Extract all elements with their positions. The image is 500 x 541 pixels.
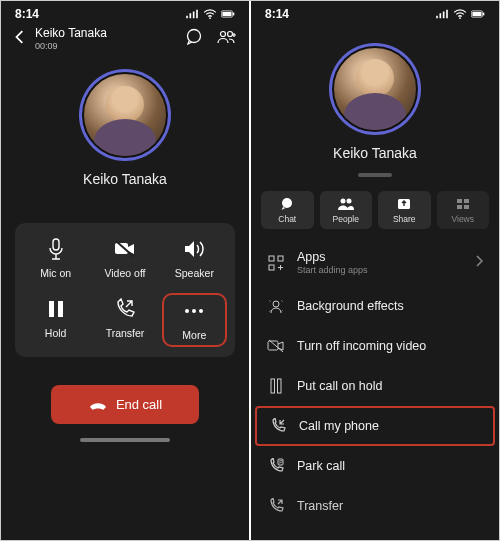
more-menu-list: Apps Start adding apps Background effect… bbox=[251, 239, 499, 526]
avatar-block: Keiko Tanaka bbox=[1, 69, 249, 187]
signal-icon bbox=[435, 9, 449, 19]
battery-icon bbox=[471, 9, 485, 19]
svg-point-6 bbox=[228, 32, 233, 37]
status-indicators bbox=[435, 9, 485, 19]
wifi-icon bbox=[453, 9, 467, 19]
menu-turnoff-video[interactable]: Turn off incoming video bbox=[251, 326, 499, 366]
pause-icon bbox=[267, 377, 285, 395]
chat-icon bbox=[279, 197, 295, 211]
svg-point-12 bbox=[192, 309, 196, 313]
hangup-icon bbox=[88, 399, 108, 411]
svg-rect-17 bbox=[483, 13, 484, 16]
svg-rect-25 bbox=[464, 205, 469, 209]
menu-park-call[interactable]: P Park call bbox=[251, 446, 499, 486]
speaker-icon bbox=[182, 237, 206, 261]
mic-button[interactable]: Mic on bbox=[21, 237, 90, 279]
video-off-icon bbox=[267, 337, 285, 355]
svg-rect-31 bbox=[271, 379, 275, 393]
call-info: Keiko Tanaka 00:09 bbox=[35, 27, 177, 51]
transfer-icon bbox=[267, 497, 285, 515]
svg-point-4 bbox=[188, 30, 201, 43]
quick-people-button[interactable]: People bbox=[320, 191, 373, 229]
svg-point-20 bbox=[346, 199, 351, 204]
home-indicator bbox=[80, 438, 170, 442]
avatar-image bbox=[82, 72, 168, 158]
video-button[interactable]: Video off bbox=[90, 237, 159, 279]
quick-chat-button[interactable]: Chat bbox=[261, 191, 314, 229]
avatar-block: Keiko Tanaka bbox=[251, 43, 499, 161]
chat-icon bbox=[185, 28, 203, 46]
svg-rect-10 bbox=[58, 301, 63, 317]
speaker-button[interactable]: Speaker bbox=[160, 237, 229, 279]
svg-rect-26 bbox=[269, 256, 274, 261]
status-bar: 8:14 bbox=[1, 1, 249, 23]
avatar-ring bbox=[329, 43, 421, 135]
back-button[interactable] bbox=[13, 30, 27, 48]
transfer-icon bbox=[113, 297, 137, 321]
svg-rect-9 bbox=[49, 301, 54, 317]
chevron-left-icon bbox=[13, 30, 27, 44]
call-incoming-icon bbox=[269, 417, 287, 435]
menu-hold[interactable]: Put call on hold bbox=[251, 366, 499, 406]
svg-point-19 bbox=[340, 199, 345, 204]
status-time: 8:14 bbox=[265, 7, 289, 21]
chat-button[interactable] bbox=[185, 28, 203, 50]
menu-apps[interactable]: Apps Start adding apps bbox=[251, 239, 499, 286]
sheet-handle[interactable] bbox=[358, 173, 392, 177]
people-icon bbox=[337, 197, 355, 211]
svg-rect-30 bbox=[268, 341, 278, 350]
menu-call-my-phone[interactable]: Call my phone bbox=[255, 406, 495, 446]
svg-rect-28 bbox=[269, 265, 274, 270]
wifi-icon bbox=[203, 9, 217, 19]
apps-icon bbox=[267, 254, 285, 272]
svg-point-13 bbox=[199, 309, 203, 313]
hold-button[interactable]: Hold bbox=[21, 297, 90, 343]
avatar-image bbox=[332, 46, 418, 132]
svg-point-29 bbox=[273, 301, 279, 307]
quick-views-button[interactable]: Views bbox=[437, 191, 490, 229]
park-call-icon: P bbox=[267, 457, 285, 475]
svg-point-5 bbox=[221, 32, 226, 37]
svg-rect-24 bbox=[457, 205, 462, 209]
svg-point-11 bbox=[185, 309, 189, 313]
svg-rect-7 bbox=[53, 239, 59, 250]
in-call-screen: 8:14 Keiko Tanaka 00:09 Keiko Tanaka bbox=[1, 1, 249, 540]
quick-share-button[interactable]: Share bbox=[378, 191, 431, 229]
chevron-right-icon bbox=[475, 255, 483, 270]
avatar-name: Keiko Tanaka bbox=[333, 145, 417, 161]
more-icon bbox=[182, 299, 206, 323]
svg-rect-2 bbox=[222, 12, 231, 16]
svg-rect-32 bbox=[278, 379, 282, 393]
grid-icon bbox=[455, 197, 471, 211]
svg-rect-3 bbox=[233, 13, 234, 16]
call-top-bar: Keiko Tanaka 00:09 bbox=[1, 23, 249, 59]
svg-point-18 bbox=[282, 198, 292, 208]
callee-name: Keiko Tanaka bbox=[35, 27, 177, 41]
status-indicators bbox=[185, 9, 235, 19]
svg-point-0 bbox=[209, 17, 211, 19]
quick-action-row: Chat People Share Views bbox=[251, 191, 499, 229]
menu-transfer[interactable]: Transfer bbox=[251, 486, 499, 526]
people-icon bbox=[217, 29, 237, 45]
mic-icon bbox=[44, 237, 68, 261]
signal-icon bbox=[185, 9, 199, 19]
pause-icon bbox=[44, 297, 68, 321]
video-off-icon bbox=[113, 237, 137, 261]
end-call-button[interactable]: End call bbox=[51, 385, 199, 424]
svg-rect-16 bbox=[472, 12, 481, 16]
more-menu-screen: 8:14 Keiko Tanaka Chat People Share View… bbox=[251, 1, 499, 540]
call-duration: 00:09 bbox=[35, 41, 177, 51]
share-icon bbox=[396, 197, 412, 211]
menu-background-effects[interactable]: Background effects bbox=[251, 286, 499, 326]
background-effects-icon bbox=[267, 297, 285, 315]
people-button[interactable] bbox=[217, 29, 237, 49]
battery-icon bbox=[221, 9, 235, 19]
call-action-grid: Mic on Video off Speaker Hold Transfer bbox=[15, 223, 235, 357]
svg-rect-27 bbox=[278, 256, 283, 261]
more-button[interactable]: More bbox=[162, 293, 227, 347]
svg-rect-23 bbox=[464, 199, 469, 203]
transfer-button[interactable]: Transfer bbox=[90, 297, 159, 343]
avatar-name: Keiko Tanaka bbox=[83, 171, 167, 187]
avatar-ring bbox=[79, 69, 171, 161]
svg-rect-22 bbox=[457, 199, 462, 203]
